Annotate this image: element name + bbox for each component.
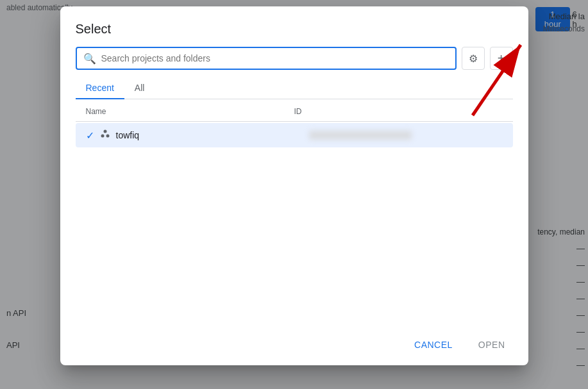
svg-point-2 — [106, 135, 109, 138]
id-blurred — [309, 131, 412, 140]
table-row[interactable]: ✓ towfiq — [76, 123, 513, 147]
dialog-footer: CANCEL OPEN — [76, 324, 513, 355]
add-button[interactable]: + — [490, 47, 513, 70]
svg-point-0 — [103, 130, 106, 133]
tabs-row: Recent All — [76, 78, 513, 99]
row-project-id — [309, 131, 503, 140]
row-project-name: towfiq — [116, 130, 310, 140]
dialog-title: Select — [76, 22, 513, 37]
cancel-button[interactable]: CANCEL — [407, 335, 460, 355]
table-body: ✓ towfiq — [76, 122, 513, 147]
svg-point-1 — [101, 135, 104, 138]
project-icon — [99, 128, 111, 142]
dialog-backdrop: Select 🔍 ⚙ + Recent All Name ID — [0, 0, 588, 389]
tab-all[interactable]: All — [124, 78, 155, 99]
open-button[interactable]: OPEN — [471, 335, 513, 355]
dialog-spacer — [76, 147, 513, 324]
col-header-id: ID — [294, 107, 503, 116]
tab-recent[interactable]: Recent — [76, 78, 124, 99]
settings-icon: ⚙ — [469, 53, 478, 65]
col-header-name: Name — [86, 107, 294, 116]
search-row: 🔍 ⚙ + — [76, 47, 513, 70]
search-wrapper: 🔍 — [76, 47, 457, 70]
add-icon: + — [498, 51, 505, 66]
checkmark-icon: ✓ — [86, 129, 94, 142]
settings-button[interactable]: ⚙ — [462, 47, 485, 70]
table-header: Name ID — [76, 102, 513, 122]
search-input[interactable] — [101, 53, 449, 63]
search-icon: 🔍 — [83, 53, 96, 65]
select-dialog: Select 🔍 ⚙ + Recent All Name ID — [60, 6, 528, 365]
